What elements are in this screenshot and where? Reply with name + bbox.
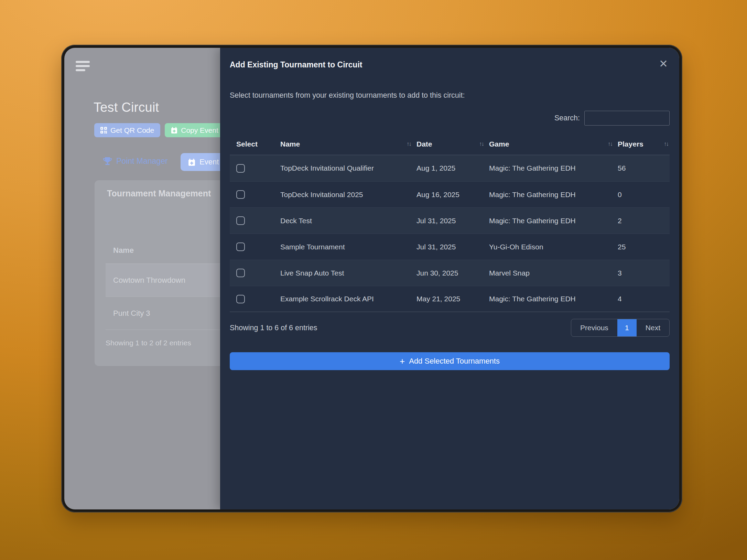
event-button-label: Event	[199, 158, 219, 166]
modal-subtitle: Select tournaments from your existing to…	[230, 91, 465, 100]
card-title: Tournament Management	[107, 189, 211, 198]
calendar-plus-icon	[188, 159, 195, 166]
pagination-previous-button[interactable]: Previous	[571, 319, 617, 336]
row-checkbox[interactable]	[236, 269, 245, 277]
name-column-header[interactable]: Name	[280, 140, 416, 148]
name-column-header: Name	[113, 246, 134, 255]
row-checkbox[interactable]	[236, 243, 245, 251]
app-window: Test Circuit Get QR Code Copy Event Li P…	[64, 48, 679, 509]
sort-icon	[664, 141, 668, 148]
add-selected-tournaments-label: Add Selected Tournaments	[409, 357, 500, 366]
table-row[interactable]: TopDeck Invitational 2025 Aug 16, 2025 M…	[230, 181, 670, 207]
table-row[interactable]: Sample Tournament Jul 31, 2025 Yu-Gi-Oh …	[230, 234, 670, 260]
point-manager-link[interactable]: Point Manager	[103, 157, 168, 166]
search-label: Search:	[554, 114, 580, 122]
add-existing-tournament-modal: Add Existing Tournament to Circuit Selec…	[220, 48, 679, 509]
row-checkbox[interactable]	[236, 190, 245, 199]
pagination-page-1-button[interactable]: 1	[617, 319, 637, 336]
calendar-plus-icon	[171, 127, 177, 133]
sort-icon	[407, 141, 411, 148]
hamburger-menu-icon[interactable]	[76, 61, 90, 73]
table-row[interactable]: Deck Test Jul 31, 2025 Magic: The Gather…	[230, 207, 670, 234]
search-input[interactable]	[584, 111, 670, 126]
sort-icon	[608, 141, 612, 148]
tournaments-table: Select Name Date Game Players	[230, 133, 670, 312]
pagination: Previous 1 Next	[571, 319, 670, 337]
row-checkbox[interactable]	[236, 164, 245, 173]
page-title: Test Circuit	[94, 100, 159, 115]
tournaments-table-header: Select Name Date Game Players	[230, 133, 670, 155]
entries-status: Showing 1 to 6 of 6 entries	[230, 324, 317, 332]
game-column-header[interactable]: Game	[489, 140, 618, 148]
add-selected-tournaments-button[interactable]: Add Selected Tournaments	[230, 352, 670, 370]
close-icon[interactable]	[655, 55, 672, 72]
point-manager-label: Point Manager	[116, 157, 168, 166]
date-column-header[interactable]: Date	[416, 140, 489, 148]
table-footer: Showing 1 to 6 of 6 entries Previous 1 N…	[230, 319, 670, 337]
table-row[interactable]: Live Snap Auto Test Jun 30, 2025 Marvel …	[230, 260, 670, 286]
table-row[interactable]: Example Scrollrack Deck API May 21, 2025…	[230, 286, 670, 312]
get-qr-code-button[interactable]: Get QR Code	[94, 123, 160, 137]
modal-title: Add Existing Tournament to Circuit	[230, 60, 362, 69]
copy-event-link-label: Copy Event Li	[181, 126, 226, 134]
table-row[interactable]: TopDeck Invitational Qualifier Aug 1, 20…	[230, 155, 670, 181]
pagination-next-button[interactable]: Next	[637, 319, 669, 336]
device-frame: Test Circuit Get QR Code Copy Event Li P…	[61, 45, 682, 513]
sort-icon	[479, 141, 484, 148]
row-checkbox[interactable]	[236, 216, 245, 225]
page-action-buttons: Get QR Code Copy Event Li	[94, 123, 232, 137]
plus-icon	[400, 357, 405, 366]
qr-code-icon	[100, 127, 107, 133]
get-qr-code-label: Get QR Code	[110, 126, 154, 134]
row-checkbox[interactable]	[236, 295, 245, 303]
players-column-header[interactable]: Players	[618, 140, 670, 148]
select-column-header: Select	[230, 140, 280, 148]
trophy-icon	[103, 157, 112, 166]
search-bar: Search:	[554, 111, 670, 126]
